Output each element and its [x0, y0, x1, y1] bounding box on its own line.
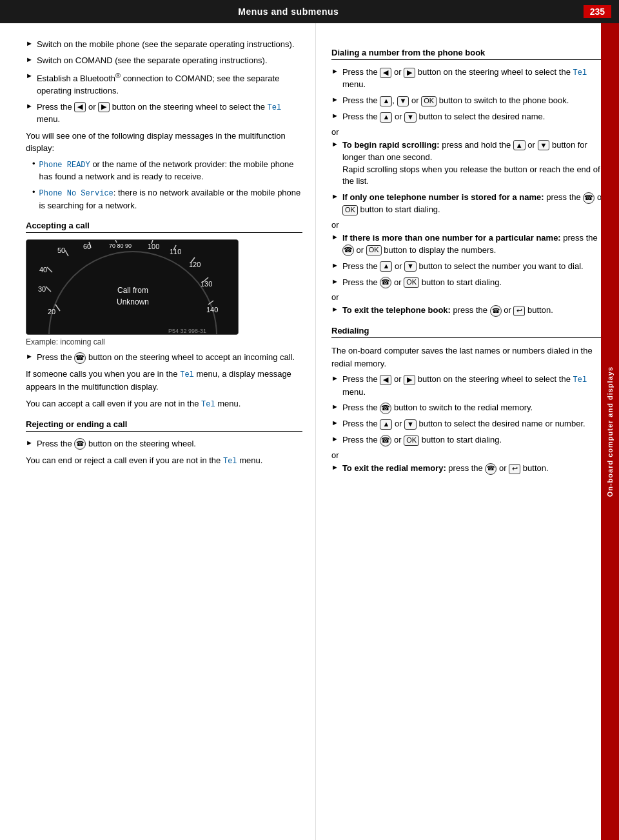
up-arrow6-icon: ▲	[380, 419, 392, 430]
bullet-text: To begin rapid scrolling: press and hold…	[342, 139, 606, 188]
svg-text:130: 130	[201, 280, 212, 288]
list-item: • Phone READY or the name of the network…	[32, 159, 302, 183]
bullet-text: Press the ☎ or OK button to start dialin…	[342, 277, 502, 289]
list-item: ► Press the ☎ button on the steering whe…	[26, 438, 302, 450]
bullet-arrow-icon: ►	[331, 419, 339, 426]
bullet-text: Press the ◀ or ▶ button on the steering …	[342, 66, 606, 91]
redialing-intro-text: The on-board computer saves the last nam…	[331, 345, 606, 370]
tel-label2: Tel	[201, 400, 215, 409]
bullet-text: Press the ▲ or ▼ button to select the de…	[342, 418, 585, 430]
svg-text:60: 60	[83, 243, 91, 250]
svg-text:Unknown: Unknown	[117, 297, 149, 306]
bullet-arrow-icon: ►	[26, 72, 33, 79]
left-column: ► Switch on the mobile phone (see the se…	[0, 23, 316, 840]
list-item: ► Press the ◀ or ▶ button on the steerin…	[331, 374, 606, 398]
right-arrow-icon: ▶	[404, 68, 415, 78]
back2-icon: ↩	[509, 464, 520, 474]
phone-end2-icon: ☎	[490, 305, 502, 317]
or-separator-3: or	[331, 292, 606, 302]
bullet-arrow-icon: ►	[26, 39, 33, 47]
redialing-heading: Redialing	[331, 326, 606, 338]
bullet-text: Switch on COMAND (see the separate opera…	[37, 55, 268, 67]
tel-label3: Tel	[223, 457, 237, 466]
svg-text:Call from: Call from	[117, 286, 148, 295]
bullet-text: Press the ☎ button on the steering wheel…	[37, 352, 295, 364]
svg-text:40: 40	[39, 266, 47, 274]
reject-call-para: You can end or reject a call even if you…	[26, 454, 302, 467]
bullet-arrow-icon: ►	[331, 463, 339, 471]
accepting-call-heading: Accepting a call	[26, 221, 302, 233]
exit-redial-label: To exit the redial memory:	[342, 463, 446, 473]
header-bar: Menus and submenus 235	[0, 0, 619, 23]
up-arrow3-icon: ▲	[513, 140, 526, 150]
bullet-text: To exit the redial memory: press the ☎ o…	[342, 463, 549, 475]
svg-text:140: 140	[206, 306, 218, 314]
svg-text:P54 32 998-31: P54 32 998-31	[168, 328, 206, 334]
right-arrow5-icon: ▶	[404, 375, 415, 385]
bullet-arrow-icon: ►	[331, 192, 339, 200]
down-arrow3-icon: ▼	[538, 140, 550, 150]
rapid-scroll-label: To begin rapid scrolling:	[342, 140, 440, 150]
down-arrow6-icon: ▼	[404, 419, 417, 430]
bullet-text: Establish a Bluetooth® connection to COM…	[37, 71, 302, 97]
speedo-caption: Example: incoming call	[26, 337, 302, 346]
bullet-text: Press the ☎ button to switch to the redi…	[342, 402, 533, 414]
list-item: ► Press the ◀ or ▶ button on the steerin…	[331, 66, 606, 91]
up-arrow-icon: ▲	[380, 96, 392, 106]
list-item: ► Press the ☎ or OK button to start dial…	[331, 277, 606, 289]
list-item: ► Press the ▲ or ▼ button to select the …	[331, 111, 606, 123]
bullet-text: If only one telephone number is stored f…	[342, 192, 606, 216]
only-one-label: If only one telephone number is stored f…	[342, 192, 544, 202]
bullet-text: Press the ☎ button on the steering wheel…	[37, 438, 196, 450]
speedometer-svg: 20 30 40 50 60 70 80 90 100	[26, 240, 239, 335]
tel-menu-r: Tel	[573, 68, 587, 77]
down-arrow4-icon: ▼	[404, 261, 417, 272]
bullet-arrow-icon: ►	[331, 233, 339, 241]
bullet-text: Phone READY or the name of the network p…	[39, 159, 302, 183]
bullet-text: Switch on the mobile phone (see the sepa…	[37, 39, 295, 51]
bullet-text: If there is more than one number for a p…	[342, 232, 606, 257]
svg-text:100: 100	[148, 243, 159, 250]
phone-accept-button-icon: ☎	[74, 352, 86, 364]
ok-button-icon: OK	[421, 96, 437, 106]
svg-text:50: 50	[57, 246, 65, 254]
rejecting-call-heading: Rejecting or ending a call	[26, 419, 302, 432]
bullet-arrow-icon: ►	[26, 352, 33, 360]
phone-dial-icon: ☎	[583, 192, 594, 204]
bullet-arrow-icon: ►	[26, 55, 33, 63]
bullet-text: Press the ▲ or ▼ button to select the nu…	[342, 261, 584, 273]
phone-start-dial-icon: ☎	[380, 435, 391, 446]
bullet-text: To exit the telephone book: press the ☎ …	[342, 305, 553, 317]
dot-icon: •	[32, 159, 35, 183]
right-column: Dialing a number from the phone book ► P…	[316, 23, 619, 840]
list-item: ► If only one telephone number is stored…	[331, 192, 606, 216]
bullet-text: Press the ◀ or ▶ button on the steering …	[342, 374, 606, 398]
bullet-arrow-icon: ►	[331, 277, 339, 285]
bullet-arrow-icon: ►	[331, 67, 339, 75]
svg-text:120: 120	[189, 261, 201, 268]
list-item: ► Press the ▲ or ▼ button to select the …	[331, 418, 606, 430]
incoming-call-para1: If someone calls you when you are in the…	[26, 368, 302, 394]
svg-text:30: 30	[38, 285, 46, 293]
or-separator-1: or	[331, 127, 606, 137]
list-item: ► Press the ▲, ▼ or OK button to switch …	[331, 95, 606, 107]
side-tab-text: On-board computer and displays	[606, 366, 614, 497]
bullet-text: Press the ☎ or OK button to start dialin…	[342, 434, 502, 446]
up-arrow4-icon: ▲	[380, 261, 392, 272]
bullet-arrow-icon: ►	[331, 374, 339, 382]
incoming-call-para2: You can accept a call even if you are no…	[26, 397, 302, 410]
down-arrow2-icon: ▼	[404, 112, 417, 123]
bullet-arrow-icon: ►	[331, 435, 339, 443]
bullet-arrow-icon: ►	[331, 95, 339, 103]
svg-text:110: 110	[170, 248, 181, 255]
ok3-icon: OK	[366, 245, 382, 255]
ok5-icon: OK	[404, 435, 419, 446]
bullet-text: Press the ▲ or ▼ button to select the de…	[342, 111, 545, 123]
list-item: ► Press the ▲ or ▼ button to select the …	[331, 261, 606, 273]
list-item: ► To exit the telephone book: press the …	[331, 305, 606, 317]
bullet-text: Press the ▲, ▼ or OK button to switch to…	[342, 95, 569, 107]
bullet-arrow-icon: ►	[26, 439, 33, 446]
left-arrow5-icon: ◀	[380, 375, 391, 385]
bullet-arrow-icon: ►	[331, 140, 339, 148]
tel-label: Tel	[180, 370, 194, 379]
